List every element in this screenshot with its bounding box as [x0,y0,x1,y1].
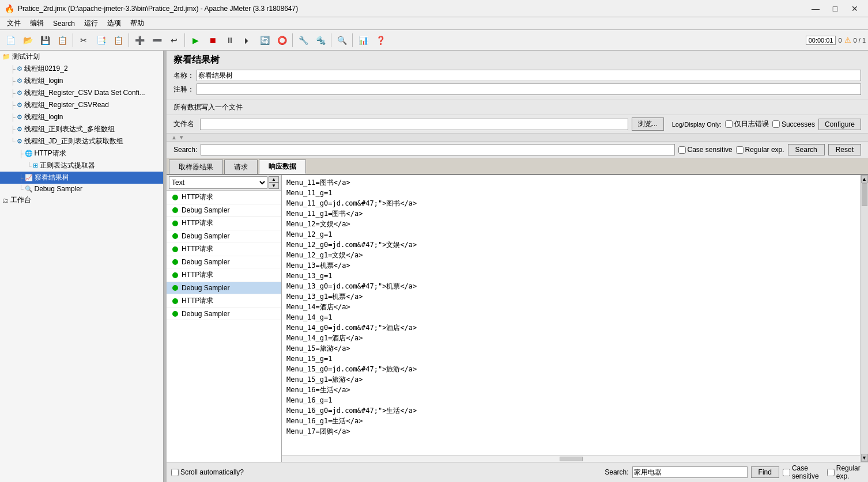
filename-input[interactable] [200,119,628,130]
stop-button[interactable]: ⏹ [205,32,221,48]
maximize-button[interactable]: □ [827,2,844,15]
tab-request[interactable]: 请求 [224,160,258,174]
regular-exp-checkbox[interactable] [736,146,744,154]
bottom-regex-checkbox[interactable] [827,469,835,476]
list-type-dropdown[interactable]: Text JSON XML HTML [169,176,267,189]
expand-button[interactable]: ➕ [131,32,148,48]
paste-button[interactable]: 📋 [110,32,126,48]
tree-item-thread5[interactable]: ├ ⚙ 线程组_login [0,111,163,123]
tree-item-thread4[interactable]: ├ ⚙ 线程组_Register_CSVRead [0,99,163,111]
cut-button[interactable]: ✂ [76,32,92,48]
toolbar-right: 00:00:01 0 ⚠ 0 / 1 [806,36,866,45]
regular-exp-check[interactable]: Regular exp. [736,146,784,154]
comment-input[interactable] [197,84,861,95]
reset-button[interactable]: Reset [828,144,861,155]
close-button[interactable]: ✕ [846,2,863,15]
browse-button[interactable]: 浏览... [632,117,664,131]
remote-stop-button[interactable]: 🔩 [312,32,329,48]
list-down-button[interactable]: ▼ [269,183,279,189]
list-item-5[interactable]: HTTP请求 [167,242,281,256]
list-item-3[interactable]: HTTP请求 [167,217,281,230]
search-button[interactable]: Search [788,144,825,155]
scroll-up-btn[interactable]: ▲ [861,175,868,183]
tree-item-thread1[interactable]: ├ ⚙ 线程组0219_2 [0,63,163,75]
configure-button[interactable]: Configure [818,119,861,130]
tree-label-debug1: Debug Sampler [35,185,82,193]
scroll-auto-checkbox[interactable] [171,469,179,476]
open-button[interactable]: 📂 [20,32,36,48]
list-item-7[interactable]: HTTP请求 [167,268,281,282]
case-sensitive-check[interactable]: Case sensitive [678,146,733,154]
list-item-2[interactable]: Debug Sampler [167,204,281,217]
help-button[interactable]: ❓ [372,32,388,48]
scroll-track[interactable] [861,183,868,454]
scroll-thumb[interactable] [862,183,867,206]
list-up-button[interactable]: ▲ [269,176,279,183]
copy-button[interactable]: 📑 [93,32,109,48]
tree-item-thread3[interactable]: ├ ⚙ 线程组_Register_CSV Data Set Confi... [0,87,163,99]
log-level-button[interactable]: 📊 [355,32,371,48]
menu-run[interactable]: 运行 [80,17,103,29]
list-item-4[interactable]: Debug Sampler [167,230,281,242]
name-row: 名称： [173,70,861,81]
toggle-button[interactable]: ↩ [166,32,182,48]
list-item-6[interactable]: Debug Sampler [167,256,281,268]
tree-item-regex1[interactable]: └ ⊞ 正则表达式提取器 [0,160,163,172]
successes-checkbox[interactable] [772,120,780,128]
save-button[interactable]: 💾 [37,32,53,48]
tab-sampler-results[interactable]: 取样器结果 [169,160,223,174]
pause-button[interactable]: ⏸ [222,32,238,48]
tree-item-workbench[interactable]: 🗂 工作台 [0,194,163,206]
list-item-8[interactable]: Debug Sampler [167,282,281,294]
tab-response-data[interactable]: 响应数据 [259,160,306,174]
list-item-1[interactable]: HTTP请求 [167,191,281,204]
tree-item-thread7[interactable]: └ ⚙ 线程组_JD_正则表达式获取数组 [0,135,163,147]
minimize-button[interactable]: — [807,2,824,15]
content-area: Text JSON XML HTML ▲ ▼ HTTP请求 [167,175,868,462]
revert-button[interactable]: 📋 [54,32,70,48]
menu-help[interactable]: 帮助 [126,17,149,29]
list-label-10: Debug Sampler [182,310,229,318]
scroll-auto-check[interactable]: Scroll automatically? [171,468,244,476]
play-button[interactable]: ▶ [187,32,203,48]
tree-item-http1[interactable]: ├ 🌐 HTTP请求 [0,147,163,160]
tree-panel: 📁 测试计划 ├ ⚙ 线程组0219_2 ├ ⚙ 线程组_login ├ ⚙ 线… [0,51,164,482]
tree-item-listener[interactable]: ├ 📈 察看结果树 [0,172,163,184]
menu-edit[interactable]: 编辑 [25,17,48,29]
tree-item-plan[interactable]: 📁 测试计划 [0,51,163,63]
clear-button[interactable]: 🔄 [256,32,273,48]
bottom-regex-check[interactable]: Regular exp. [827,464,863,480]
clearall-button[interactable]: ⭕ [274,32,290,48]
errors-checkbox[interactable] [725,120,733,128]
search-input[interactable] [201,144,674,155]
errors-check[interactable]: 仅日志错误 [725,119,769,129]
name-input[interactable] [197,70,861,81]
success-dot-5 [172,246,178,252]
tree-item-debug1[interactable]: └ 🔍 Debug Sampler [0,184,163,194]
filename-row: 文件名 浏览... Log/Display Only: 仅日志错误 Succes… [167,115,868,134]
scroll-down-btn[interactable]: ▼ [861,454,868,462]
tree-label-thread3: 线程组_Register_CSV Data Set Confi... [24,88,145,98]
menu-file[interactable]: 文件 [2,17,25,29]
menu-options[interactable]: 选项 [103,17,126,29]
collapse-button[interactable]: ➖ [149,32,165,48]
toolbar-sep-2 [129,33,129,47]
case-sensitive-checkbox[interactable] [678,146,686,154]
remote-start-button[interactable]: 🔧 [295,32,311,48]
tree-item-thread2[interactable]: ├ ⚙ 线程组_login [0,75,163,87]
list-item-10[interactable]: Debug Sampler [167,308,281,320]
find-button[interactable]: Find [751,466,779,478]
bottom-case-checkbox[interactable] [783,469,790,476]
successes-check[interactable]: Successes [772,120,815,128]
list-item-9[interactable]: HTTP请求 [167,294,281,308]
run-current-button[interactable]: ⏵ [239,32,255,48]
menu-search[interactable]: Search [48,18,80,29]
h-scroll-thumb[interactable] [560,457,583,461]
search-toolbar-button[interactable]: 🔍 [334,32,350,48]
bottom-case-check[interactable]: Case sensitive [783,464,824,480]
response-content[interactable]: Menu_11=图书</a> Menu_11_g=1 Menu_11_g0=jd… [282,175,860,455]
v-scrollbar[interactable]: ▲ ▼ [860,175,868,462]
bottom-search-input[interactable] [632,466,748,478]
tree-item-thread6[interactable]: ├ ⚙ 线程组_正则表达式_多维数组 [0,123,163,135]
new-button[interactable]: 📄 [2,32,18,48]
